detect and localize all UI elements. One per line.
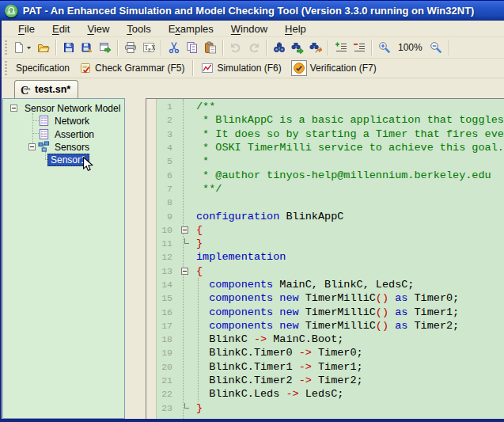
new-document-icon: [13, 41, 25, 54]
fold-margin[interactable]: [178, 264, 192, 278]
check-grammar-button[interactable]: Check Grammar (F5): [74, 59, 189, 77]
fold-collapse-icon[interactable]: [181, 226, 188, 234]
fold-margin: [178, 113, 192, 127]
zoom-out-button[interactable]: [427, 39, 445, 56]
toolbar-button-label: Simulation (F6): [217, 63, 281, 74]
menu-window[interactable]: Window: [222, 21, 276, 36]
save-as-icon: [81, 41, 93, 54]
expand-collapse-icon[interactable]: [28, 143, 36, 150]
expand-collapse-icon[interactable]: [10, 105, 17, 112]
verification-button[interactable]: Verification (F7): [286, 59, 381, 77]
find-in-model-button[interactable]: [306, 39, 324, 56]
code-line: 8: [157, 196, 504, 209]
code-line: 14 components MainC, BlinkC, LedsC;: [157, 278, 504, 291]
svg-text:X: X: [151, 44, 155, 51]
toolbar-grip[interactable]: [5, 61, 7, 75]
line-number: 4: [157, 143, 178, 153]
latex-export-button[interactable]: TEX: [139, 39, 157, 56]
cut-icon: [168, 41, 180, 54]
menu-edit[interactable]: Edit: [44, 21, 78, 36]
line-number: 9: [157, 211, 178, 222]
fold-margin[interactable]: [178, 223, 192, 237]
code-line: 11}: [157, 237, 504, 250]
specification-button[interactable]: Specification: [11, 59, 74, 77]
tab-label: test.sn*: [35, 84, 70, 95]
send-report-button[interactable]: [96, 39, 114, 56]
toolbar-grip[interactable]: [5, 40, 7, 55]
code-editor[interactable]: 1/**2 * BlinkAppC is a basic application…: [146, 98, 504, 419]
menu-tools[interactable]: Tools: [118, 21, 159, 36]
fold-margin: [178, 168, 192, 181]
fold-collapse-icon[interactable]: [181, 268, 188, 275]
line-number: 19: [157, 348, 178, 358]
title-bar[interactable]: ♎ PAT - An Enhanced Simulation and Model…: [0, 0, 504, 21]
redo-button[interactable]: [244, 39, 263, 56]
tree-item-network[interactable]: Network: [3, 115, 124, 127]
cut-button[interactable]: [165, 39, 183, 56]
code-line: 2 * BlinkAppC is a basic application tha…: [157, 113, 504, 127]
copy-button[interactable]: [183, 39, 201, 56]
mouse-cursor: [80, 156, 97, 173]
code-line: 19 BlinkC.Timer0 -> Timer0;: [157, 346, 504, 359]
zoom-in-icon: [378, 41, 391, 54]
toolbar-separator: [328, 40, 328, 55]
find-in-model-icon: [309, 41, 322, 54]
code-line: 4 * OSKI TimerMilli service to achieve t…: [157, 141, 504, 154]
tab-test-sn[interactable]: Cnes test.sn*: [14, 80, 78, 98]
find-next-button[interactable]: [288, 39, 306, 56]
window-title: PAT - An Enhanced Simulation and Model C…: [23, 5, 475, 17]
open-folder-button[interactable]: [34, 39, 52, 56]
code-line: 20 BlinkC.Timer1 -> Timer1;: [157, 360, 504, 374]
find-button[interactable]: [270, 39, 288, 56]
print-icon: [124, 41, 137, 54]
increase-indent-button[interactable]: [332, 39, 350, 56]
save-button[interactable]: [59, 39, 78, 56]
toolbar-separator: [192, 60, 193, 76]
zoom-in-button[interactable]: [375, 39, 393, 56]
code-line: 22 BlinkC.Leds -> LedsC;: [157, 387, 504, 401]
code-text: configuration BlinkAppC: [192, 211, 343, 222]
line-number: 5: [157, 156, 178, 166]
menu-view[interactable]: View: [78, 21, 118, 36]
panel-splitter[interactable]: [125, 98, 146, 419]
code-text: **/: [192, 183, 222, 195]
line-number: 23: [157, 403, 178, 413]
undo-button[interactable]: [226, 39, 244, 56]
fold-margin: [178, 401, 192, 415]
menu-help[interactable]: Help: [276, 21, 315, 36]
tree-item-sensor-network-model[interactable]: Sensor Network Model: [3, 102, 124, 115]
menu-file[interactable]: File: [9, 21, 44, 36]
tree-item-sensor1[interactable]: Sensor1: [3, 154, 124, 166]
paste-button[interactable]: [201, 39, 219, 56]
code-line: 1/**: [157, 100, 504, 113]
zoom-out-icon: [430, 41, 442, 54]
line-number: 21: [157, 375, 178, 386]
code-text: * OSKI TimerMilli service to achieve thi…: [192, 142, 504, 154]
code-text: * @author tinyos-help@millennium.berkele…: [192, 169, 491, 181]
code-line: 7 **/: [157, 182, 504, 196]
fold-margin: [178, 154, 192, 168]
simulation-button[interactable]: Simulation (F6): [196, 59, 286, 77]
menu-examples[interactable]: Examples: [160, 21, 222, 36]
chevron-down-icon[interactable]: [26, 41, 32, 54]
fold-margin: [178, 387, 192, 401]
tree-item-label: Sensors: [52, 142, 92, 153]
code-text: }: [192, 402, 203, 414]
tree-item-assertion[interactable]: Assertion: [3, 128, 124, 141]
code-text: * It does so by starting a Timer that fi…: [192, 128, 504, 140]
fold-margin: [178, 182, 192, 196]
fold-margin: [178, 127, 192, 141]
fold-margin: [178, 237, 192, 250]
sensors-icon: [38, 141, 50, 153]
find-icon: [273, 41, 286, 54]
code-text: BlinkC -> MainC.Boot;: [192, 333, 343, 345]
save-icon: [63, 41, 75, 54]
indent-guide: [198, 278, 199, 401]
save-as-button[interactable]: [78, 39, 96, 56]
print-button[interactable]: [121, 39, 139, 56]
decrease-indent-button[interactable]: [350, 39, 368, 56]
tree-item-sensors[interactable]: Sensors: [3, 141, 124, 154]
new-document-button[interactable]: [11, 39, 34, 56]
code-text: }: [192, 238, 203, 249]
editor-content[interactable]: 1/**2 * BlinkAppC is a basic application…: [157, 99, 504, 419]
